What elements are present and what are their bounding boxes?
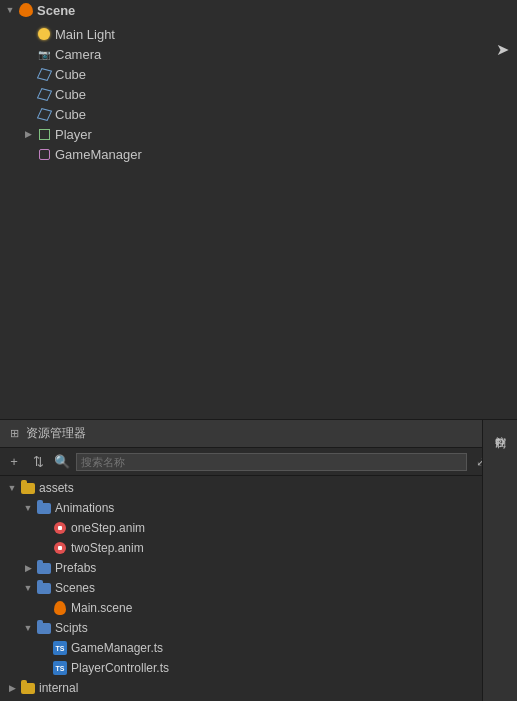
asset-label: Animations [55,501,114,515]
asset-label: twoStep.anim [71,541,144,555]
scene-item-camera[interactable]: 📷 Camera [0,44,517,64]
item-label: Player [55,127,92,142]
scene-item-cube1[interactable]: Cube [0,64,517,84]
camera-icon: 📷 [36,46,52,62]
asset-item-mainscene[interactable]: Main.scene [0,598,517,618]
item-label: Cube [55,67,86,82]
scene-item-cube3[interactable]: Cube [0,104,517,124]
anim-file-icon [52,540,68,556]
asset-label: Prefabs [55,561,96,575]
item-toggle [20,106,36,122]
asset-item-playercontrollerts[interactable]: TS PlayerController.ts [0,658,517,678]
asset-item-scenes[interactable]: ▼ Scenes [0,578,517,598]
asset-toggle[interactable]: ▶ [20,558,36,578]
asset-label: Scenes [55,581,95,595]
asset-label: Main.scene [71,601,132,615]
asset-item-internal[interactable]: ▶ internal [0,678,517,698]
light-icon [36,26,52,42]
asset-label: GameManager.ts [71,641,163,655]
cube-icon [36,86,52,102]
scene-item-gamemanager[interactable]: GameManager [0,144,517,164]
folder-blue-icon [36,560,52,576]
assets-panel-title: 资源管理器 [26,425,86,442]
item-toggle [20,146,36,162]
asset-label: oneStep.anim [71,521,145,535]
assets-header: ⊞ 资源管理器 ☰ [0,420,517,448]
asset-toggle[interactable]: ▶ [4,678,20,698]
item-toggle[interactable]: ▶ [20,126,36,142]
item-label: Camera [55,47,101,62]
add-asset-button[interactable]: + [4,452,24,472]
right-side-panel: 控制 C [482,420,517,701]
asset-item-onestep[interactable]: oneStep.anim [0,518,517,538]
asset-label: Scipts [55,621,88,635]
item-toggle [20,26,36,42]
scene-root-item[interactable]: ▼ Scene [0,0,517,20]
asset-toggle [36,658,52,678]
search-input[interactable] [76,453,467,471]
asset-item-gamemanagerts[interactable]: TS GameManager.ts [0,638,517,658]
asset-label: assets [39,481,74,495]
gamemanager-icon [36,146,52,162]
folder-yellow-icon [20,480,36,496]
scene-root-label: Scene [37,3,75,18]
asset-toggle [36,598,52,618]
search-toggle-button[interactable]: 🔍 [52,452,72,472]
folder-yellow-icon [20,680,36,696]
item-label: GameManager [55,147,142,162]
scene-icon [18,2,34,18]
scene-item-mainlight[interactable]: Main Light [0,24,517,44]
item-toggle [20,46,36,62]
asset-toggle [36,538,52,558]
asset-item-scripts[interactable]: ▼ Scipts [0,618,517,638]
anim-file-icon [52,520,68,536]
asset-toggle[interactable]: ▼ [20,618,36,638]
scene-item-cube2[interactable]: Cube [0,84,517,104]
assets-header-icon: ⊞ [6,426,22,442]
scene-item-player[interactable]: ▶ Player [0,124,517,144]
assets-panel: ⊞ 资源管理器 ☰ + ⇅ 🔍 ⤢ ↻ ▼ assets ▼ [0,420,517,701]
player-icon [36,126,52,142]
item-toggle [20,86,36,102]
cube-icon [36,106,52,122]
item-label: Main Light [55,27,115,42]
asset-item-animations[interactable]: ▼ Animations [0,498,517,518]
asset-label: internal [39,681,78,695]
asset-item-twostep[interactable]: twoStep.anim [0,538,517,558]
ts-file-icon: TS [52,640,68,656]
asset-toggle [36,518,52,538]
sort-assets-button[interactable]: ⇅ [28,452,48,472]
folder-blue-icon [36,620,52,636]
asset-toggle [36,638,52,658]
folder-blue-icon [36,500,52,516]
asset-item-assets-root[interactable]: ▼ assets [0,478,517,498]
asset-toggle[interactable]: ▼ [20,578,36,598]
asset-toggle[interactable]: ▼ [20,498,36,518]
assets-toolbar: + ⇅ 🔍 ⤢ ↻ [0,448,517,476]
scene-toggle[interactable]: ▼ [2,2,18,18]
item-label: Cube [55,87,86,102]
right-tab-control[interactable]: 控制 [491,426,510,430]
asset-item-prefabs[interactable]: ▶ Prefabs [0,558,517,578]
asset-label: PlayerController.ts [71,661,169,675]
item-toggle [20,66,36,82]
right-tab-c[interactable]: C [492,436,508,448]
asset-toggle[interactable]: ▼ [4,478,20,498]
cursor-indicator: ➤ [496,40,509,59]
assets-tree: ▼ assets ▼ Animations oneStep.anim [0,476,517,701]
scene-file-icon [52,600,68,616]
folder-blue-icon [36,580,52,596]
item-label: Cube [55,107,86,122]
scene-tree: Main Light 📷 Camera Cube Cube [0,20,517,168]
ts-file-icon: TS [52,660,68,676]
scene-hierarchy-panel: ▼ Scene Main Light 📷 Camera Cube [0,0,517,420]
cube-icon [36,66,52,82]
